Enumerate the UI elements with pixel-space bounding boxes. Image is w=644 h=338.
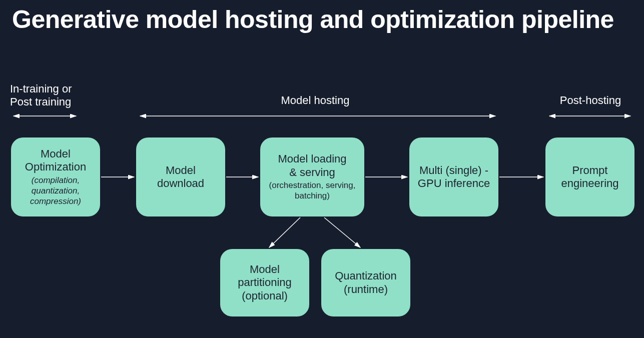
box-gpu-inference: Multi (single) - GPU inference — [409, 138, 498, 216]
arrow-loading-to-quantization — [324, 218, 360, 248]
box-model-partitioning: Model partitioning (optional) — [220, 249, 309, 316]
box-gpu-main: Multi (single) - GPU inference — [418, 164, 490, 190]
box-loading-main: Model loading & serving — [278, 152, 347, 179]
phase-post-label: Post-hosting — [548, 94, 633, 107]
box-optimize-sub: (compilation, quantization, compression) — [30, 175, 81, 207]
phase-hosting-label: Model hosting — [260, 94, 370, 107]
box-model-loading-serving: Model loading & serving (orchestration, … — [260, 138, 364, 216]
box-prompt-main: Prompt engineering — [561, 164, 619, 190]
box-optimize-main: Model Optimization — [25, 148, 86, 174]
box-model-download: Model download — [136, 138, 225, 216]
phase-pre-label: In-training or Post training — [10, 82, 95, 108]
arrow-loading-to-partitioning — [269, 218, 300, 248]
slide-title: Generative model hosting and optimizatio… — [12, 5, 614, 34]
box-download-main: Model download — [157, 164, 204, 190]
box-model-optimization: Model Optimization (compilation, quantiz… — [11, 138, 100, 216]
box-prompt-engineering: Prompt engineering — [545, 138, 634, 216]
box-loading-sub: (orchestration, serving, batching) — [269, 180, 356, 202]
box-partition-main: Model partitioning (optional) — [238, 263, 292, 302]
box-quant-main: Quantization (runtime) — [335, 270, 397, 296]
box-quantization-runtime: Quantization (runtime) — [321, 249, 410, 316]
